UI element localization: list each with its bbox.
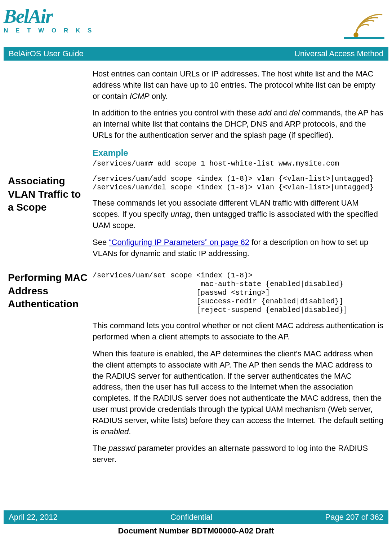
footer-banner: April 22, 2012 Confidential Page 207 of … [4, 510, 388, 524]
footer-page: Page 207 of 362 [325, 513, 383, 522]
header-logos: BelAir N E T W O R K S [0, 0, 392, 40]
footer: April 22, 2012 Confidential Page 207 of … [4, 510, 388, 536]
section-heading: Associating VLAN Traffic to a Scope [8, 175, 93, 265]
code-block: /services/uam# add scope 1 host-white-li… [93, 159, 384, 168]
svg-point-1 [353, 32, 358, 38]
code-block: /services/uam/set scope <index (1-8)> ma… [93, 271, 384, 315]
code-block: /services/uam/add scope <index (1-8)> vl… [93, 175, 384, 192]
doc-title: BelAirOS User Guide [9, 49, 84, 58]
brand-name: BelAir [4, 6, 94, 26]
paragraph: This command lets you control whether or… [93, 320, 384, 343]
paragraph: These commands let you associate differe… [93, 198, 384, 231]
brand-subtitle: N E T W O R K S [4, 27, 94, 34]
paragraph: See “Configuring IP Parameters” on page … [93, 237, 384, 259]
paragraph: Host entries can contain URLs or IP addr… [93, 69, 384, 102]
signal-icon [343, 6, 385, 40]
title-banner: BelAirOS User Guide Universal Access Met… [4, 47, 388, 61]
main-content: Host entries can contain URLs or IP addr… [0, 69, 392, 478]
paragraph: In addition to the entries you control w… [93, 107, 384, 141]
section-heading: Performing MAC Address Authentication [8, 271, 93, 471]
paragraph: The passwd parameter provides an alterna… [93, 443, 384, 465]
example-heading: Example [93, 147, 384, 159]
paragraph: When this feature is enabled, the AP det… [93, 348, 384, 437]
cross-reference-link[interactable]: “Configuring IP Parameters” on page 62 [109, 238, 249, 247]
footer-date: April 22, 2012 [9, 513, 58, 522]
logo-left: BelAir N E T W O R K S [4, 6, 94, 34]
page: BelAir N E T W O R K S BelAirOS User Gui… [0, 0, 392, 545]
section-title: Universal Access Method [294, 49, 383, 58]
footer-confidential: Confidential [170, 513, 212, 522]
document-number: Document Number BDTM00000-A02 Draft [4, 526, 388, 536]
svg-rect-2 [344, 37, 384, 39]
